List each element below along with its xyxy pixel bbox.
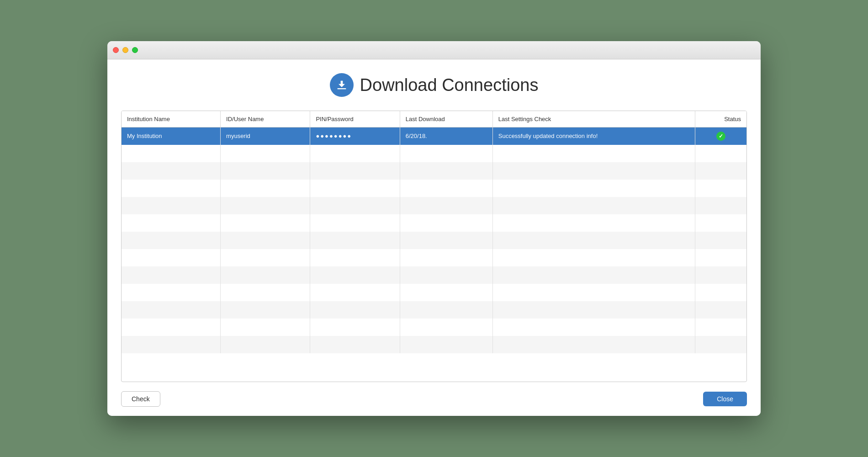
cell-empty bbox=[221, 232, 310, 249]
table-row-empty bbox=[122, 180, 746, 197]
cell-empty bbox=[122, 301, 221, 319]
cell-empty bbox=[122, 162, 221, 180]
cell-empty bbox=[695, 162, 746, 180]
footer: Check Close bbox=[121, 391, 747, 407]
cell-empty bbox=[221, 249, 310, 266]
cell-empty bbox=[310, 214, 400, 232]
cell-last-settings-check: Successfully updated connection info! bbox=[492, 128, 695, 145]
col-header-status: Status bbox=[695, 111, 746, 128]
cell-empty bbox=[221, 145, 310, 162]
header: Download Connections bbox=[121, 73, 747, 97]
table-row-empty bbox=[122, 284, 746, 301]
cell-empty bbox=[492, 214, 695, 232]
cell-empty bbox=[400, 249, 492, 266]
cell-institution-name: My Institution bbox=[122, 128, 221, 145]
cell-empty bbox=[400, 301, 492, 319]
table-row-empty bbox=[122, 301, 746, 319]
close-button-footer[interactable]: Close bbox=[703, 392, 747, 406]
cell-empty bbox=[492, 180, 695, 197]
status-success-icon: ✓ bbox=[716, 132, 725, 141]
cell-empty bbox=[400, 319, 492, 336]
cell-empty bbox=[695, 336, 746, 353]
cell-empty bbox=[221, 162, 310, 180]
check-button[interactable]: Check bbox=[121, 391, 160, 407]
cell-empty bbox=[221, 301, 310, 319]
cell-last-download: 6/20/18. bbox=[400, 128, 492, 145]
cell-empty bbox=[221, 319, 310, 336]
cell-empty bbox=[310, 266, 400, 284]
connections-table: Institution Name ID/User Name PIN/Passwo… bbox=[122, 111, 746, 353]
cell-empty bbox=[400, 197, 492, 214]
cell-empty bbox=[122, 145, 221, 162]
table-row-empty bbox=[122, 232, 746, 249]
cell-empty bbox=[122, 336, 221, 353]
cell-empty bbox=[695, 284, 746, 301]
cell-empty bbox=[122, 232, 221, 249]
cell-empty bbox=[400, 214, 492, 232]
cell-empty bbox=[400, 232, 492, 249]
cell-empty bbox=[221, 266, 310, 284]
cell-empty bbox=[310, 249, 400, 266]
cell-empty bbox=[400, 284, 492, 301]
table-row[interactable]: My Institutionmyuserid●●●●●●●●6/20/18.Su… bbox=[122, 128, 746, 145]
connections-table-container: Institution Name ID/User Name PIN/Passwo… bbox=[121, 111, 747, 382]
cell-empty bbox=[492, 232, 695, 249]
col-header-last-download: Last Download bbox=[400, 111, 492, 128]
cell-id-user-name: myuserid bbox=[221, 128, 310, 145]
cell-empty bbox=[695, 319, 746, 336]
cell-empty bbox=[695, 145, 746, 162]
cell-empty bbox=[310, 162, 400, 180]
main-content: Download Connections Institution Name ID… bbox=[107, 59, 761, 416]
cell-empty bbox=[122, 214, 221, 232]
titlebar bbox=[107, 41, 761, 59]
cell-empty bbox=[492, 145, 695, 162]
cell-pin-password: ●●●●●●●● bbox=[310, 128, 400, 145]
table-row-empty bbox=[122, 162, 746, 180]
traffic-lights bbox=[113, 47, 138, 53]
cell-empty bbox=[695, 180, 746, 197]
col-header-pin-password: PIN/Password bbox=[310, 111, 400, 128]
download-icon bbox=[330, 73, 354, 97]
cell-empty bbox=[122, 249, 221, 266]
cell-empty bbox=[310, 197, 400, 214]
table-row-empty bbox=[122, 249, 746, 266]
cell-empty bbox=[695, 301, 746, 319]
cell-empty bbox=[221, 214, 310, 232]
cell-empty bbox=[221, 197, 310, 214]
minimize-button[interactable] bbox=[122, 47, 128, 53]
cell-empty bbox=[122, 197, 221, 214]
cell-empty bbox=[492, 197, 695, 214]
col-header-id-user-name: ID/User Name bbox=[221, 111, 310, 128]
cell-empty bbox=[122, 180, 221, 197]
cell-empty bbox=[310, 319, 400, 336]
cell-empty bbox=[221, 284, 310, 301]
cell-empty bbox=[492, 336, 695, 353]
cell-empty bbox=[400, 180, 492, 197]
cell-empty bbox=[310, 232, 400, 249]
col-header-last-settings-check: Last Settings Check bbox=[492, 111, 695, 128]
cell-empty bbox=[400, 266, 492, 284]
cell-empty bbox=[310, 180, 400, 197]
cell-empty bbox=[310, 336, 400, 353]
table-row-empty bbox=[122, 319, 746, 336]
cell-empty bbox=[492, 319, 695, 336]
maximize-button[interactable] bbox=[132, 47, 138, 53]
cell-empty bbox=[221, 180, 310, 197]
cell-empty bbox=[695, 197, 746, 214]
table-row-empty bbox=[122, 336, 746, 353]
cell-empty bbox=[492, 249, 695, 266]
cell-empty bbox=[122, 266, 221, 284]
cell-empty bbox=[695, 214, 746, 232]
close-button[interactable] bbox=[113, 47, 119, 53]
page-title: Download Connections bbox=[360, 75, 539, 95]
table-row-empty bbox=[122, 145, 746, 162]
cell-empty bbox=[695, 249, 746, 266]
cell-empty bbox=[492, 284, 695, 301]
cell-empty bbox=[492, 301, 695, 319]
table-row-empty bbox=[122, 197, 746, 214]
cell-empty bbox=[695, 232, 746, 249]
cell-empty bbox=[122, 284, 221, 301]
app-window: Download Connections Institution Name ID… bbox=[107, 41, 761, 416]
cell-empty bbox=[310, 301, 400, 319]
cell-empty bbox=[400, 336, 492, 353]
